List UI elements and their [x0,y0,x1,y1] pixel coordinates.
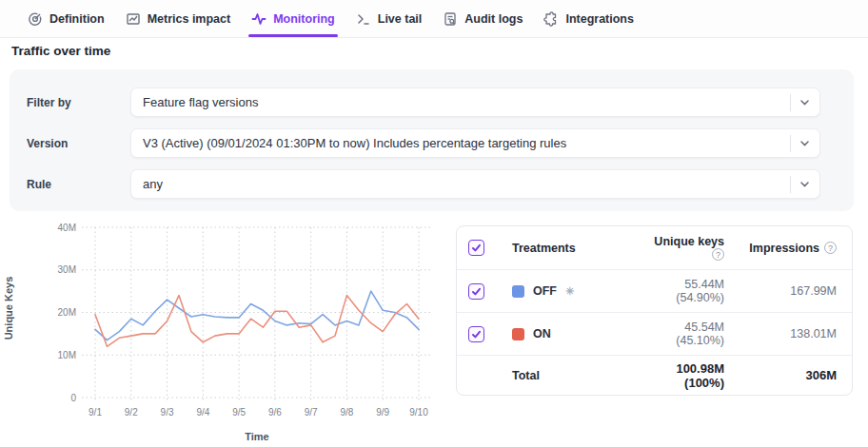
tab-integrations[interactable]: Integrations [533,0,644,37]
svg-text:9/9: 9/9 [376,407,389,418]
integrations-icon [543,11,559,27]
svg-text:20M: 20M [58,307,76,318]
filter-by-value: Feature flag versions [143,95,782,109]
select-divider [790,135,791,152]
svg-text:0: 0 [70,393,76,403]
metrics-impact-icon [126,11,141,27]
table-row-off: OFF ✳ 55.44M (54.90%) 167.99M [457,269,852,312]
tab-label: Live tail [378,12,423,26]
default-treatment-icon: ✳ [565,285,574,298]
off-series-swatch [512,285,524,298]
live-tail-icon [356,11,371,27]
table-total-row: Total 100.98M (100%) 306M [457,355,852,395]
svg-text:30M: 30M [58,264,76,275]
rule-value: any [143,177,782,191]
audit-logs-icon [443,11,458,27]
definition-icon [28,11,43,27]
treatments-header: Treatments [512,242,653,255]
tab-label: Definition [49,12,105,26]
rule-label: Rule [27,178,130,191]
chevron-down-icon [799,96,811,108]
impressions-header: Impressions? [724,242,837,255]
traffic-chart-area: Unique Keys 010M20M30M40M9/19/29/39/49/5… [0,215,447,447]
table-header-row: Treatments Unique keys? Impressions? [457,226,852,269]
traffic-chart: 010M20M30M40M9/19/29/39/49/59/69/79/89/9… [0,215,447,424]
svg-text:10M: 10M [58,350,76,360]
filter-by-label: Filter by [27,96,130,109]
active-tab-underline [248,34,338,37]
tab-live-tail[interactable]: Live tail [345,0,433,37]
on-impressions: 138.01M [724,327,837,340]
tab-definition[interactable]: Definition [17,0,115,37]
svg-text:9/6: 9/6 [268,407,282,418]
tab-audit-logs[interactable]: Audit logs [432,0,533,37]
tab-bar: Definition Metrics impact Monitoring Liv… [0,0,868,38]
unique-keys-header: Unique keys? [653,235,724,262]
tab-metrics-impact[interactable]: Metrics impact [115,0,242,37]
filter-row-version: Version V3 (Active) (09/01/2024 01:30PM … [27,128,820,158]
svg-text:9/7: 9/7 [305,407,318,418]
off-row-checkbox[interactable] [468,283,484,300]
tab-label: Audit logs [464,12,523,26]
off-unique-keys: 55.44M (54.90%) [653,278,724,304]
version-value: V3 (Active) (09/01/2024 01:30PM to now) … [143,136,782,150]
svg-text:9/1: 9/1 [89,407,102,418]
svg-text:40M: 40M [58,223,76,233]
unique-keys-help-icon[interactable]: ? [712,248,724,261]
rule-select[interactable]: any [130,169,820,199]
select-divider [790,94,791,111]
treatments-table: Treatments Unique keys? Impressions? OFF… [456,225,853,396]
svg-text:9/5: 9/5 [232,407,246,418]
tab-label: Integrations [565,12,634,26]
total-impressions: 306M [724,368,837,382]
y-axis-label: Unique Keys [3,270,14,346]
on-row-checkbox[interactable] [468,326,484,342]
on-unique-keys: 45.54M (45.10%) [653,321,724,347]
total-label: Total [512,369,653,382]
svg-text:9/4: 9/4 [196,407,209,418]
page-title: Traffic over time [11,44,110,58]
treatment-name-off: OFF ✳ [512,284,653,298]
chevron-down-icon [799,178,811,190]
svg-text:9/2: 9/2 [125,407,138,418]
off-impressions: 167.99M [724,284,837,298]
select-divider [790,176,791,193]
chevron-down-icon [799,137,811,149]
svg-text:9/8: 9/8 [340,407,353,418]
filter-panel: Filter by Feature flag versions Version … [10,69,854,211]
tab-monitoring[interactable]: Monitoring [241,0,345,37]
select-all-checkbox[interactable] [468,240,484,256]
svg-text:9/10: 9/10 [409,407,428,418]
filter-row-filter-by: Filter by Feature flag versions [27,87,820,117]
table-row-on: ON 45.54M (45.10%) 138.01M [457,312,852,355]
tab-label: Metrics impact [148,12,231,26]
filter-by-select[interactable]: Feature flag versions [130,87,820,117]
on-series-swatch [512,328,524,340]
treatment-name-on: ON [512,327,653,340]
tab-label: Monitoring [273,12,335,26]
filter-row-rule: Rule any [27,169,820,199]
svg-text:9/3: 9/3 [161,407,174,418]
version-select[interactable]: V3 (Active) (09/01/2024 01:30PM to now) … [130,128,820,158]
impressions-help-icon[interactable]: ? [824,242,837,254]
total-unique-keys: 100.98M (100%) [653,361,724,390]
monitoring-icon [251,11,266,27]
version-label: Version [27,137,130,150]
x-axis-label: Time [95,431,419,442]
